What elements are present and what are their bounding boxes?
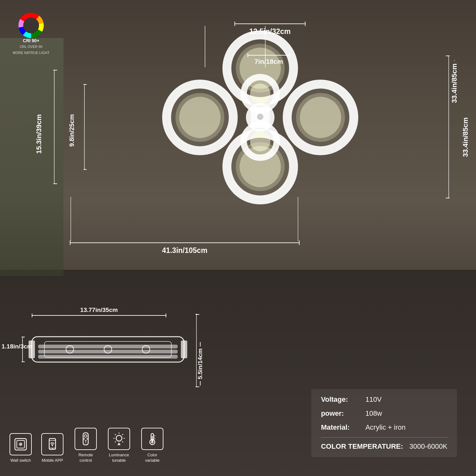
wall-switch-icon	[14, 437, 28, 451]
dim-vline-bottom-right	[298, 197, 298, 241]
lamp-diagram	[149, 16, 371, 222]
dim-tick-left-outer-bottom	[53, 183, 57, 184]
dim-vline-top-left	[205, 26, 205, 67]
dim-inner-text: 7in/18cm	[248, 58, 290, 65]
icon-remote-control: Remote control	[73, 428, 98, 463]
base-height-label: 5.5in/14cm	[197, 347, 204, 381]
base-depth-label: 1.18in/3cm	[2, 343, 32, 350]
power-value: 108w	[365, 409, 382, 418]
cri-text-badge: CRI 90+	[23, 38, 39, 43]
luminance-icon-box	[108, 428, 130, 450]
lamp-svg	[149, 16, 371, 222]
dim-vline-left-outer	[54, 70, 55, 184]
svg-point-39	[52, 448, 53, 450]
cri-ring	[18, 13, 44, 38]
color-variable-icon-box	[141, 428, 163, 450]
dim-left-inner-label: 9.8in/25cm	[68, 114, 76, 147]
base-width-dim: 13.77in/35cm	[32, 307, 166, 317]
color-variable-label: Color variable	[140, 453, 165, 463]
dim-vline-right	[448, 56, 449, 198]
svg-line-55	[122, 441, 123, 442]
icon-color-variable: Color variable	[140, 428, 165, 463]
material-row: Material: Acrylic + iron	[321, 423, 447, 432]
lamp-base-svg	[19, 318, 197, 381]
dim-top-label: 12.5in/32cm	[235, 22, 306, 36]
dim-tick-right-bottom	[446, 198, 450, 198]
icon-mobile-app: Mobile APP	[41, 433, 63, 463]
svg-point-60	[151, 441, 154, 443]
dim-right-text: 33.4in/85cm	[450, 61, 459, 106]
voltage-label: Voltage:	[321, 395, 359, 404]
dim-bottom: 41.3in/105cm	[70, 241, 300, 255]
svg-line-54	[115, 441, 116, 442]
voltage-value: 110V	[365, 395, 381, 404]
luminance-label: Luminancetunable	[109, 453, 129, 463]
svg-line-53	[122, 434, 123, 435]
icon-wall-switch: Wall switch	[10, 433, 32, 463]
content: CRI 90+ CRL OVER 90 MORE NATRUE LIGHT	[0, 0, 476, 476]
base-depth-vline	[22, 337, 23, 362]
dim-inner-label: 7in/18cm	[248, 53, 290, 65]
svg-point-21	[168, 86, 232, 149]
dim-right-outer-label: 33.4in/85cm	[461, 117, 470, 157]
power-row: power: 108w	[321, 409, 447, 418]
icon-luminance: Luminancetunable	[108, 428, 130, 463]
svg-line-52	[115, 434, 116, 435]
svg-point-46	[85, 442, 86, 443]
svg-point-45	[85, 440, 87, 442]
svg-point-44	[87, 438, 88, 440]
wall-switch-icon-box	[10, 433, 32, 455]
remote-icon-box	[75, 428, 97, 450]
base-height-tick-bottom	[195, 387, 199, 387]
cri-badge: CRI 90+ CRL OVER 90 MORE NATRUE LIGHT	[13, 13, 50, 56]
dim-tick-left-inner-top	[83, 84, 87, 85]
remote-control-icon	[79, 432, 93, 446]
cri-ring-inner	[23, 17, 39, 33]
svg-point-20	[228, 135, 292, 198]
dim-vline-bottom-left	[70, 197, 71, 241]
svg-point-35	[19, 443, 22, 446]
color-temp-row: COLOR TEMPERATURE: 3000-6000K	[321, 437, 447, 451]
base-depth-tick-bottom	[22, 361, 25, 362]
mobile-app-label: Mobile APP	[42, 458, 63, 463]
dim-left-outer-label: 15.3in/39cm	[35, 114, 43, 154]
dim-tick-left-outer-top	[53, 70, 57, 70]
lamp-base-area: 13.77in/35cm 1.18in/3cm	[19, 318, 197, 382]
material-value: Acrylic + iron	[365, 423, 406, 432]
icons-strip: Wall switch Mobile APP	[10, 428, 165, 463]
svg-point-18	[257, 114, 263, 120]
color-variable-icon	[145, 432, 159, 446]
svg-point-40	[52, 445, 53, 446]
svg-point-42	[84, 435, 87, 437]
luminance-icon	[112, 432, 126, 446]
cri-sub-line1: CRL OVER 90	[20, 44, 42, 49]
dim-right-outer: 33.4in/85cm	[450, 60, 459, 106]
specs-panel: Voltage: 110V power: 108w Material: Acry…	[311, 389, 457, 457]
mobile-app-icon-box	[41, 433, 63, 455]
base-depth-tick-top	[22, 337, 25, 337]
power-label: power:	[321, 409, 359, 418]
base-width-label: 13.77in/35cm	[80, 307, 118, 314]
dim-bottom-text: 41.3in/105cm	[70, 246, 300, 255]
svg-rect-59	[152, 436, 153, 441]
svg-point-43	[83, 438, 85, 440]
dim-tick-left-inner-bottom	[83, 169, 87, 170]
svg-rect-29	[181, 340, 187, 358]
svg-point-22	[289, 86, 352, 149]
base-height-dim: 5.5in/14cm	[197, 342, 204, 386]
dim-top-text: 12.5in/32cm	[235, 27, 306, 36]
wall-switch-label: Wall switch	[10, 458, 31, 463]
mobile-app-icon	[45, 437, 59, 451]
remote-control-label: Remote control	[73, 453, 98, 463]
voltage-row: Voltage: 110V	[321, 395, 447, 404]
dim-tick-right-top	[446, 56, 450, 56]
base-height-vline	[196, 314, 197, 387]
color-temp-value: 3000-6000K	[409, 442, 447, 451]
material-label: Material:	[321, 423, 359, 432]
svg-rect-27	[38, 355, 178, 359]
svg-point-19	[228, 36, 292, 100]
base-height-tick-top	[195, 314, 199, 315]
svg-point-47	[116, 435, 122, 441]
cri-sub-line2: MORE NATRUE LIGHT	[13, 50, 50, 55]
color-temp-label: COLOR TEMPERATURE:	[321, 442, 403, 451]
